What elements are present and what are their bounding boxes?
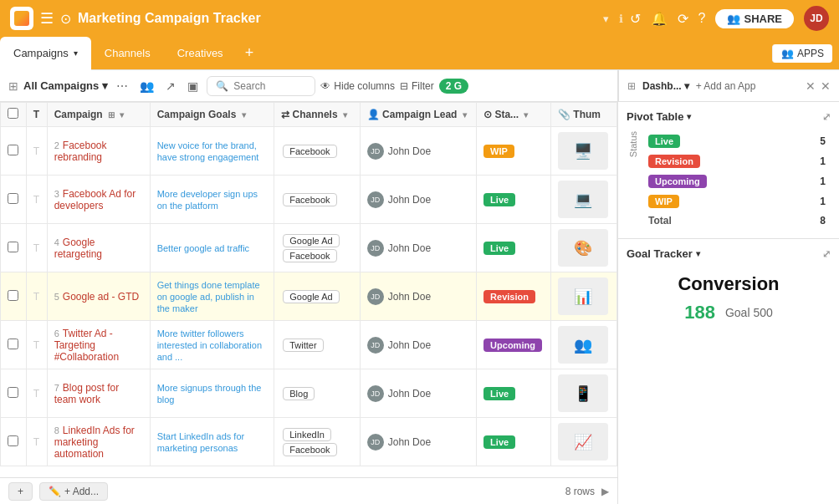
col-campaign[interactable]: Campaign ⊞ ▾ bbox=[47, 103, 150, 127]
row-status: Revision bbox=[477, 272, 551, 321]
goal-text: New voice for the brand, have strong eng… bbox=[157, 140, 259, 162]
all-campaigns-button[interactable]: All Campaigns ▾ bbox=[23, 79, 108, 92]
grid-icon: ⊞ bbox=[8, 79, 18, 93]
person-name: John Doe bbox=[388, 388, 431, 400]
title-arrow[interactable]: ▾ bbox=[603, 13, 609, 25]
channel-tag[interactable]: Facebook bbox=[283, 145, 336, 158]
campaign-name[interactable]: Google retargeting bbox=[54, 237, 102, 260]
row-checkbox[interactable] bbox=[8, 387, 18, 398]
row-campaign: 2Facebook rebranding bbox=[47, 127, 150, 176]
tab-campaigns[interactable]: Campaigns ▾ bbox=[0, 37, 91, 70]
status-badge: WIP bbox=[483, 145, 514, 158]
share-table-icon[interactable]: ↗ bbox=[162, 78, 179, 94]
channel-tag[interactable]: Facebook bbox=[283, 249, 336, 262]
filter-button[interactable]: ⊟ Filter bbox=[400, 80, 434, 92]
tab-channels-label: Channels bbox=[105, 47, 151, 59]
person-cell: JDJohn Doe bbox=[367, 288, 469, 305]
row-checkbox[interactable] bbox=[8, 145, 18, 155]
row-checkbox[interactable] bbox=[8, 290, 18, 301]
col-status[interactable]: ⊙ Sta... ▾ bbox=[477, 103, 551, 127]
hamburger-icon[interactable]: ☰ bbox=[40, 9, 54, 28]
pivot-wrapper: Status Live 5 Revision 1 Upcoming 1 WIP … bbox=[627, 131, 831, 230]
channel-tag[interactable]: Facebook bbox=[283, 443, 336, 456]
add-app-label: + Add an App bbox=[696, 80, 756, 92]
col-lead[interactable]: 👤 Campaign Lead ▾ bbox=[360, 103, 476, 127]
people-icon[interactable]: 👥 bbox=[136, 78, 157, 94]
add-app-button[interactable]: + Add an App bbox=[696, 80, 756, 92]
all-campaigns-arrow: ▾ bbox=[102, 79, 108, 92]
avatar[interactable]: JD bbox=[804, 6, 829, 31]
history-icon[interactable]: ⟳ bbox=[678, 11, 688, 27]
channel-tag[interactable]: Google Ad bbox=[283, 234, 339, 247]
row-type: T bbox=[26, 272, 47, 321]
more-options-icon[interactable]: ⋯ bbox=[113, 78, 131, 94]
row-lead: JDJohn Doe bbox=[360, 369, 476, 418]
thumbnail-image: 🎨 bbox=[558, 229, 608, 267]
hide-columns-button[interactable]: 👁 Hide columns bbox=[320, 80, 395, 92]
campaign-name[interactable]: Blog post for team work bbox=[54, 382, 120, 405]
campaign-name[interactable]: Google ad - GTD bbox=[63, 291, 139, 303]
add-row-button[interactable]: + bbox=[8, 482, 33, 501]
thumbnail-image: 💻 bbox=[558, 181, 608, 218]
row-goals: More developer sign ups on the platform bbox=[150, 176, 274, 224]
campaign-name[interactable]: Twitter Ad - Targeting #Collaboration bbox=[54, 328, 119, 363]
pivot-count: 1 bbox=[796, 171, 831, 191]
scroll-right-icon[interactable]: ▶ bbox=[601, 486, 609, 497]
row-campaign: 5Google ad - GTD bbox=[47, 272, 150, 321]
pivot-expand-icon[interactable]: ⤢ bbox=[822, 111, 831, 123]
row-checkbox[interactable] bbox=[8, 193, 18, 204]
thumbnail-image: 🖥️ bbox=[558, 132, 608, 170]
nav-tabs: Campaigns ▾ Channels Creatives + 👥 APPS bbox=[0, 37, 839, 70]
bell-icon[interactable]: 🔔 bbox=[651, 11, 668, 27]
tab-channels[interactable]: Channels bbox=[91, 37, 164, 70]
thumb-emoji: 👥 bbox=[558, 326, 608, 364]
add-tab-button[interactable]: + bbox=[237, 44, 263, 62]
campaign-name[interactable]: LinkedIn Ads for marketing automation bbox=[54, 425, 135, 460]
col-goals[interactable]: Campaign Goals ▾ bbox=[150, 103, 274, 127]
row-checkbox[interactable] bbox=[8, 242, 18, 252]
channel-tag[interactable]: Blog bbox=[283, 387, 315, 400]
help-icon[interactable]: ? bbox=[698, 11, 706, 26]
campaign-name[interactable]: Facebook Ad for developers bbox=[54, 188, 136, 211]
view-icon[interactable]: ▣ bbox=[184, 78, 202, 94]
dashboard-button[interactable]: Dashb... ▾ bbox=[642, 80, 689, 92]
share-button[interactable]: 👥 SHARE bbox=[715, 9, 794, 28]
row-checkbox[interactable] bbox=[8, 339, 18, 349]
person-icon: JD bbox=[367, 240, 384, 257]
select-all-checkbox[interactable] bbox=[8, 108, 18, 119]
row-channels: LinkedInFacebook bbox=[274, 418, 360, 466]
apps-button[interactable]: 👥 APPS bbox=[772, 44, 832, 63]
share-icon: 👥 bbox=[727, 13, 740, 25]
col-checkbox[interactable] bbox=[1, 103, 27, 127]
row-type: T bbox=[26, 321, 47, 369]
filter-badge[interactable]: 2 G bbox=[439, 79, 468, 94]
goal-text: Start LinkedIn ads for marketing persona… bbox=[157, 431, 245, 453]
channel-tag[interactable]: LinkedIn bbox=[283, 428, 331, 441]
row-checkbox[interactable] bbox=[8, 435, 18, 446]
person-name: John Doe bbox=[388, 436, 431, 448]
channel-tag[interactable]: Facebook bbox=[283, 193, 336, 206]
channel-tag[interactable]: Google Ad bbox=[283, 290, 339, 303]
close-panel-icon[interactable]: ✕ bbox=[821, 79, 831, 93]
pivot-title-arrow: ▾ bbox=[687, 112, 691, 121]
panel-close-icons: ✕ ✕ bbox=[806, 79, 831, 93]
person-cell: JDJohn Doe bbox=[367, 337, 469, 354]
info-icon[interactable]: ℹ bbox=[619, 13, 623, 25]
refresh-icon[interactable]: ↺ bbox=[630, 11, 641, 27]
tab-creatives[interactable]: Creatives bbox=[164, 37, 237, 70]
search-box[interactable]: 🔍 bbox=[207, 76, 315, 96]
row-thumbnail: 📊 bbox=[551, 272, 617, 321]
pivot-row: Upcoming 1 bbox=[643, 171, 831, 191]
minimize-icon[interactable]: ✕ bbox=[806, 79, 816, 93]
row-campaign: 3Facebook Ad for developers bbox=[47, 176, 150, 224]
right-panel-header: ⊞ Dashb... ▾ + Add an App ✕ ✕ bbox=[618, 70, 839, 102]
col-thumb[interactable]: 📎 Thum bbox=[551, 103, 617, 127]
col-channels[interactable]: ⇄ Channels ▾ bbox=[274, 103, 360, 127]
pivot-status-label: Upcoming bbox=[643, 171, 796, 191]
person-cell: JDJohn Doe bbox=[367, 385, 469, 402]
goal-tracker-expand-icon[interactable]: ⤢ bbox=[822, 248, 831, 260]
search-input[interactable] bbox=[233, 80, 309, 92]
channel-tag[interactable]: Twitter bbox=[283, 339, 323, 352]
add-options-button[interactable]: ✏️ + Add... bbox=[39, 482, 108, 501]
campaign-name[interactable]: Facebook rebranding bbox=[54, 140, 107, 163]
